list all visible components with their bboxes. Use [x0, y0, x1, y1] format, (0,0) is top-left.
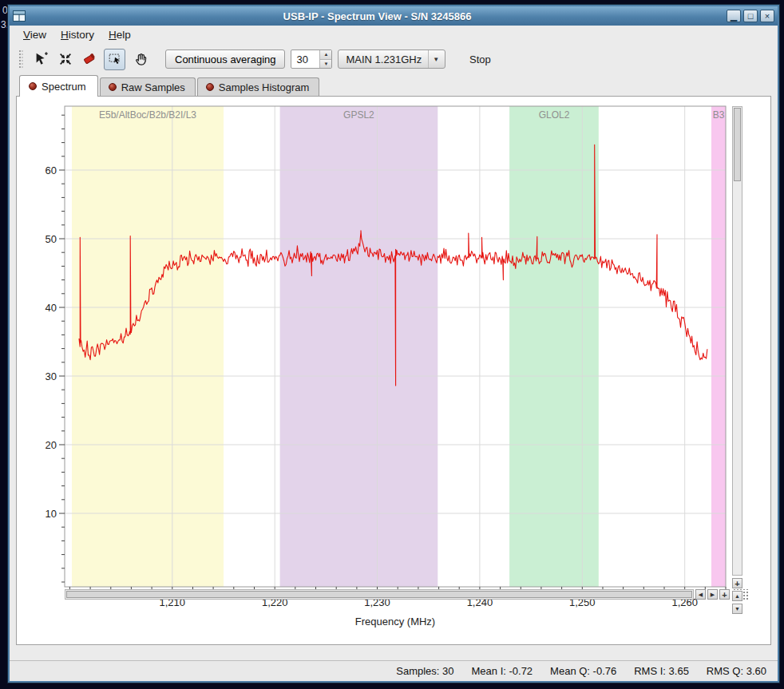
- spectrum-tab-icon: [29, 82, 37, 90]
- tab-label: Spectrum: [42, 81, 86, 93]
- tab-samples-histogram[interactable]: Samples Histogram: [197, 77, 319, 96]
- status-samples: Samples: 30: [396, 665, 453, 677]
- samples-histogram-tab-icon: [206, 83, 214, 91]
- region-select-button[interactable]: [104, 49, 125, 70]
- svg-text:E5b/AltBoc/B2b/B2I/L3: E5b/AltBoc/B2b/B2I/L3: [99, 109, 196, 121]
- maximize-button[interactable]: □: [743, 10, 758, 22]
- menu-history[interactable]: History: [53, 27, 101, 42]
- tab-raw-samples[interactable]: Raw Samples: [100, 77, 196, 96]
- tabbar: Spectrum Raw Samples Samples Histogram: [19, 74, 778, 96]
- svg-text:GPSL2: GPSL2: [343, 109, 374, 121]
- spectrum-chart[interactable]: E5b/AltBoc/B2b/B2I/L3GPSL2GLOL2B31,2101,…: [22, 103, 731, 616]
- status-rms-i: RMS I: 3.65: [634, 665, 689, 677]
- status-rms-q: RMS Q: 3.60: [707, 665, 766, 677]
- app-window: USB-IP - Spectrum View - S/N 3245866 ▁ □…: [8, 5, 779, 683]
- spectrum-panel: E5b/AltBoc/B2b/B2I/L3GPSL2GLOL2B31,2101,…: [16, 96, 771, 645]
- tab-spectrum[interactable]: Spectrum: [19, 75, 98, 97]
- scroll-up-icon[interactable]: ▲: [732, 591, 742, 601]
- scroll-right-icon[interactable]: ▶: [707, 589, 718, 600]
- spin-down-icon[interactable]: ▼: [320, 60, 331, 69]
- stop-button[interactable]: Stop: [463, 51, 497, 68]
- svg-text:60: 60: [46, 164, 57, 176]
- channel-select-dropdown[interactable]: MAIN 1.231GHz ▼: [338, 49, 445, 69]
- h-scroll-track[interactable]: [65, 589, 694, 600]
- toolbar-handle[interactable]: [19, 50, 23, 68]
- scroll-down-icon[interactable]: ▼: [732, 604, 742, 614]
- pan-hand-icon[interactable]: [130, 49, 152, 70]
- v-scroll-thumb[interactable]: [734, 108, 741, 181]
- h-scroll-thumb[interactable]: [66, 591, 692, 598]
- tab-label: Raw Samples: [121, 81, 185, 93]
- erase-icon[interactable]: [80, 49, 99, 69]
- svg-text:GLOL2: GLOL2: [539, 109, 570, 121]
- h-zoom-in-button[interactable]: +: [719, 589, 730, 600]
- minimize-button[interactable]: ▁: [727, 10, 741, 22]
- svg-text:B3: B3: [713, 109, 725, 121]
- vertical-scrollbar: + ▲ ▼: [732, 106, 742, 614]
- v-scroll-track[interactable]: [732, 106, 742, 576]
- menubar: View History Help: [10, 26, 778, 44]
- averaging-count-spinner[interactable]: 30 ▲ ▼: [291, 49, 332, 69]
- tab-label: Samples Histogram: [219, 81, 309, 93]
- averaging-count-value[interactable]: 30: [291, 50, 319, 68]
- spin-up-icon[interactable]: ▲: [320, 50, 331, 60]
- statusbar: Samples: 30 Mean I: -0.72 Mean Q: -0.76 …: [10, 660, 778, 681]
- menu-view[interactable]: View: [16, 27, 53, 42]
- close-button[interactable]: ×: [760, 10, 774, 22]
- titlebar[interactable]: USB-IP - Spectrum View - S/N 3245866 ▁ □…: [10, 6, 778, 26]
- menu-help[interactable]: Help: [101, 27, 138, 42]
- v-zoom-in-button[interactable]: +: [732, 578, 742, 588]
- toolbar: Continuous averaging 30 ▲ ▼ MAIN 1.231GH…: [10, 44, 778, 74]
- desktop-artifact-top: 0: [2, 5, 8, 16]
- svg-text:40: 40: [46, 302, 57, 314]
- unzoom-icon[interactable]: [56, 49, 75, 69]
- raw-samples-tab-icon: [109, 83, 117, 91]
- continuous-averaging-button[interactable]: Continuous averaging: [165, 49, 285, 69]
- svg-text:30: 30: [46, 370, 57, 382]
- window-title: USB-IP - Spectrum View - S/N 3245866: [30, 10, 724, 22]
- chevron-down-icon[interactable]: ▼: [428, 50, 443, 68]
- x-axis-title: Frequency (MHz): [65, 616, 726, 628]
- status-mean-q: Mean Q: -0.76: [550, 665, 616, 677]
- zoom-cursor-icon[interactable]: [32, 49, 51, 69]
- status-mean-i: Mean I: -0.72: [472, 665, 533, 677]
- window-icon[interactable]: [13, 10, 26, 22]
- channel-selected-value: MAIN 1.231GHz: [346, 53, 422, 65]
- scroll-left-icon[interactable]: ◀: [695, 589, 706, 600]
- svg-text:50: 50: [46, 233, 57, 245]
- svg-text:20: 20: [46, 439, 57, 451]
- horizontal-scrollbar: ◀ ▶ +: [65, 589, 750, 600]
- band-regions: [72, 106, 726, 587]
- svg-text:10: 10: [46, 508, 57, 520]
